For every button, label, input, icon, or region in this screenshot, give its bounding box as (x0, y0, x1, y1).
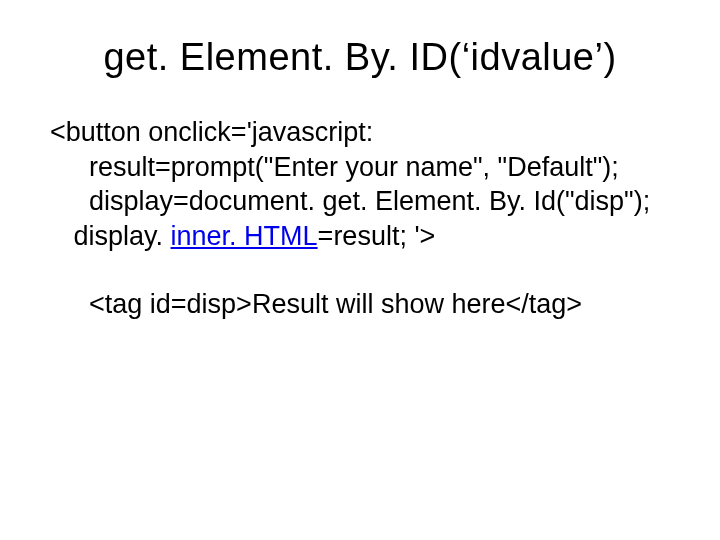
code-line-4: display. inner. HTML=result; '> (50, 219, 670, 254)
slide-title: get. Element. By. ID(‘idvalue’) (50, 36, 670, 79)
code-line-3: display=document. get. Element. By. Id("… (50, 184, 670, 219)
blank-line (50, 253, 670, 287)
inner-html-link[interactable]: inner. HTML (171, 221, 318, 251)
code-line-1: <button onclick='javascript: (50, 115, 670, 150)
code-line-4b: =result; '> (318, 221, 436, 251)
code-block: <button onclick='javascript: result=prom… (50, 115, 670, 322)
code-line-2: result=prompt("Enter your name", "Defaul… (50, 150, 670, 185)
slide: get. Element. By. ID(‘idvalue’) <button … (0, 0, 720, 540)
code-line-5: <tag id=disp>Result will show here</tag> (50, 287, 670, 322)
code-line-4a: display. (66, 221, 171, 251)
